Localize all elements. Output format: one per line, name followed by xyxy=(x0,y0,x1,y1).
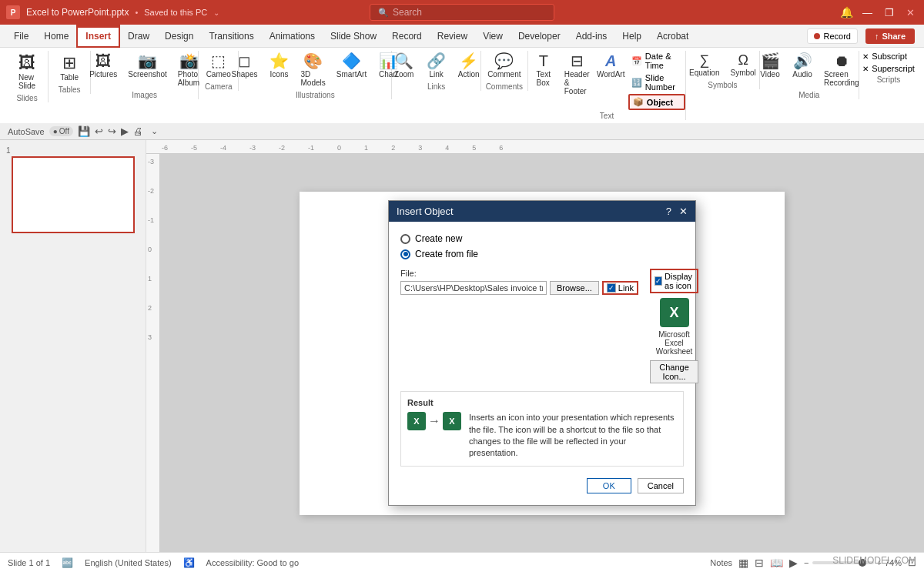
cancel-button[interactable]: Cancel xyxy=(638,478,684,493)
screen-recording-button[interactable]: ⏺ ScreenRecording xyxy=(819,51,864,89)
screen-recording-icon: ⏺ xyxy=(834,53,849,69)
link-checkbox[interactable]: Link xyxy=(602,281,638,295)
audio-button[interactable]: 🔊 Audio xyxy=(787,51,818,81)
wordart-button[interactable]: A WordArt xyxy=(595,51,627,81)
object-icon: 📦 xyxy=(633,97,644,107)
undo-icon[interactable]: ↩ xyxy=(95,125,103,137)
canvas-area: -6-5-4-3-2-10123456 -3-2-10123 Insert Ob… xyxy=(146,140,924,552)
text-group-label: Text xyxy=(600,110,614,120)
slide-white-area[interactable]: Insert Object ? ✕ xyxy=(300,192,785,515)
link-check-box[interactable] xyxy=(607,283,616,293)
ribbon-group-images: 🖼 Pictures 📷 Screenshot 📸 PhotoAlbum Ima… xyxy=(91,51,199,99)
create-from-file-option[interactable]: Create from file xyxy=(400,249,684,259)
normal-view-icon[interactable]: ▦ xyxy=(738,557,748,569)
slide-sorter-icon[interactable]: ⊟ xyxy=(755,557,764,569)
smartart-button[interactable]: 🔷 SmartArt xyxy=(332,51,371,81)
redo-icon[interactable]: ↪ xyxy=(108,125,116,137)
subscript-button[interactable]: ✕ Subscript xyxy=(859,51,918,62)
dialog-buttons: OK Cancel xyxy=(400,478,684,493)
display-as-icon-checkbox[interactable] xyxy=(654,276,662,286)
icons-icon: ⭐ xyxy=(270,53,289,69)
table-button[interactable]: ⊞ Table xyxy=(51,51,88,84)
record-dot xyxy=(814,33,820,39)
tab-transitions[interactable]: Transitions xyxy=(201,25,261,48)
ok-button[interactable]: OK xyxy=(587,478,631,493)
dialog-help-btn[interactable]: ? xyxy=(666,206,671,217)
textbox-icon: T xyxy=(539,53,548,69)
tab-animations[interactable]: Animations xyxy=(262,25,323,48)
minimize-btn[interactable]: — xyxy=(859,7,875,18)
shapes-button[interactable]: ◻ Shapes xyxy=(227,51,263,81)
change-icon-button[interactable]: Change Icon... xyxy=(650,360,698,383)
search-placeholder: Search xyxy=(393,7,422,18)
3d-models-button[interactable]: 🎨 3DModels xyxy=(296,51,330,89)
ribbon-group-slides: 🖼 NewSlide Slides xyxy=(6,51,49,102)
tab-draw[interactable]: Draw xyxy=(120,25,157,48)
display-as-icon-label: Display as icon xyxy=(665,272,694,290)
dialog-close-btn[interactable]: ✕ xyxy=(679,206,688,217)
tab-slideshow[interactable]: Slide Show xyxy=(323,25,384,48)
screenshot-button[interactable]: 📷 Screenshot xyxy=(123,51,172,81)
superscript-button[interactable]: ✕ Superscript xyxy=(859,63,918,74)
ruler-vertical: -3-2-10123 xyxy=(146,154,160,552)
equation-button[interactable]: ∑ Equation xyxy=(685,51,724,79)
new-slide-button[interactable]: 🖼 NewSlide xyxy=(8,51,45,92)
create-from-file-radio[interactable] xyxy=(400,249,410,259)
date-time-button[interactable]: 📅 Date & Time xyxy=(628,51,685,71)
autosave-toggle[interactable]: ● Off xyxy=(49,126,73,136)
wordart-icon: A xyxy=(605,53,616,69)
object-button[interactable]: 📦 Object xyxy=(628,94,685,110)
create-new-option[interactable]: Create new xyxy=(400,233,684,244)
browse-button[interactable]: Browse... xyxy=(550,281,599,295)
close-btn[interactable]: ✕ xyxy=(903,7,918,18)
video-button[interactable]: 🎬 Video xyxy=(755,51,785,81)
present-icon[interactable]: ▶ xyxy=(121,125,129,137)
create-new-radio[interactable] xyxy=(400,234,410,244)
qa-more[interactable]: ⌄ xyxy=(151,126,158,136)
link-button[interactable]: 🔗 Link xyxy=(421,51,452,81)
ribbon-group-illustrations: ◻ Shapes ⭐ Icons 🎨 3DModels 🔷 SmartArt 📊… xyxy=(239,51,392,99)
tab-addins[interactable]: Add-ins xyxy=(568,25,615,48)
icons-button[interactable]: ⭐ Icons xyxy=(264,51,295,81)
slide-number-button[interactable]: 🔢 Slide Number xyxy=(628,72,685,92)
textbox-button[interactable]: T TextBox xyxy=(528,51,559,89)
action-button[interactable]: ⚡ Action xyxy=(454,51,484,81)
dialog-body: Create new Create from file xyxy=(389,222,695,505)
notification-icon[interactable]: 🔔 xyxy=(840,6,853,18)
slide-thumbnail[interactable] xyxy=(12,156,135,233)
tab-file[interactable]: File xyxy=(6,25,36,48)
maximize-btn[interactable]: ❐ xyxy=(882,7,897,18)
autosave-on: ● xyxy=(53,127,58,135)
slideshow-view-icon[interactable]: ▶ xyxy=(789,557,798,569)
notes-button[interactable]: Notes xyxy=(710,558,732,567)
file-path-input[interactable] xyxy=(400,281,547,295)
zoom-out-btn[interactable]: − xyxy=(804,558,808,567)
print-icon[interactable]: 🖨 xyxy=(133,125,143,137)
ribbon-group-text: T TextBox ⊟ Header& Footer A WordArt 📅 D… xyxy=(528,51,686,120)
ribbon-content: 🖼 NewSlide Slides ⊞ Table Tables 🖼 Pictu… xyxy=(0,48,924,123)
header-footer-button[interactable]: ⊟ Header& Footer xyxy=(561,51,594,98)
superscript-x-icon: ✕ xyxy=(862,65,869,73)
search-box[interactable]: 🔍 Search xyxy=(370,4,554,21)
zoom-button[interactable]: 🔍 Zoom xyxy=(389,51,420,81)
cameo-icon: ⬚ xyxy=(211,53,226,69)
comment-button[interactable]: 💬 Comment xyxy=(483,51,525,81)
tab-insert[interactable]: Insert xyxy=(76,25,120,48)
share-button[interactable]: ↑ Share xyxy=(865,28,915,44)
tab-design[interactable]: Design xyxy=(157,25,201,48)
tab-acrobat[interactable]: Acrobat xyxy=(649,25,696,48)
result-icon: X → X xyxy=(407,412,461,430)
pictures-button[interactable]: 🖼 Pictures xyxy=(85,51,122,81)
tab-view[interactable]: View xyxy=(475,25,511,48)
reading-view-icon[interactable]: 📖 xyxy=(770,557,783,569)
save-icon[interactable]: 💾 xyxy=(78,125,90,137)
tab-help[interactable]: Help xyxy=(614,25,649,48)
record-button[interactable]: Record xyxy=(807,28,857,44)
tab-developer[interactable]: Developer xyxy=(511,25,568,48)
links-group-label: Links xyxy=(427,81,445,91)
tab-home[interactable]: Home xyxy=(36,25,76,48)
tab-review[interactable]: Review xyxy=(430,25,475,48)
share-label: Share xyxy=(882,32,906,41)
tab-record[interactable]: Record xyxy=(384,25,430,48)
insert-object-dialog: Insert Object ? ✕ xyxy=(388,200,696,506)
